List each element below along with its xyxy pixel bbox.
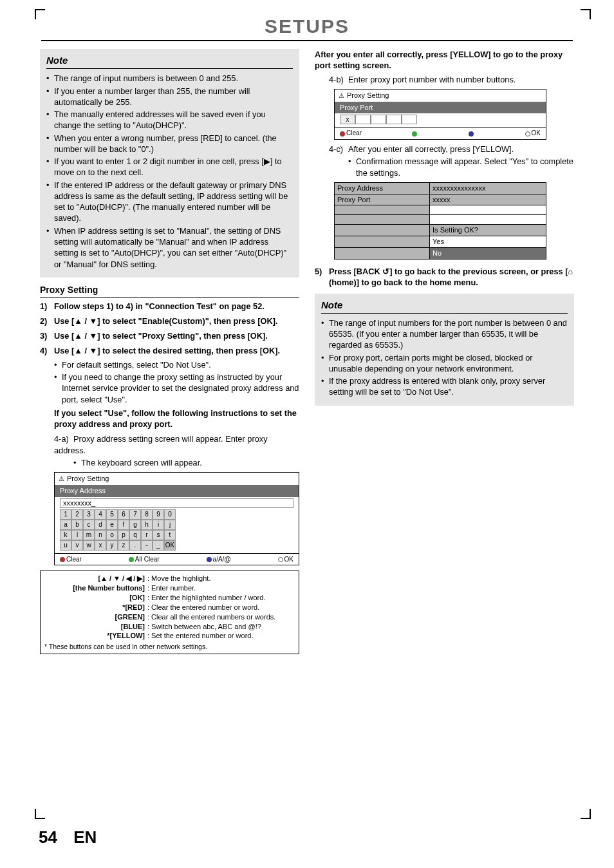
kb-key[interactable]: 8 [141, 509, 153, 520]
title-rule [41, 40, 573, 41]
port-cell[interactable] [402, 115, 417, 124]
note-heading: Note [321, 299, 568, 314]
kb-key[interactable]: t [164, 530, 176, 540]
note-item: The range of input numbers for the port … [321, 317, 568, 351]
kb-key[interactable]: j [164, 520, 176, 530]
note-heading: Note [46, 54, 293, 69]
kb-key[interactable]: y [106, 540, 118, 551]
step-4a: 4-a)Proxy address setting screen will ap… [40, 433, 299, 468]
screen-title: Proxy Setting [347, 91, 389, 100]
kb-key[interactable]: . [129, 540, 141, 551]
note-list-left: The range of input numbers is between 0 … [46, 73, 293, 270]
kb-key[interactable]: - [141, 540, 153, 551]
legend-desc: : Clear all the entered numbers or words… [147, 612, 295, 622]
step4a-sub: The keyboard screen will appear. [73, 457, 299, 468]
kb-key[interactable]: f [118, 520, 129, 530]
proxy-address-label: Proxy Address [55, 485, 299, 497]
kb-key[interactable]: d [95, 520, 106, 530]
blue-dot-icon [207, 557, 212, 562]
legend-key: [▲ / ▼ / ◀ / ▶] [44, 574, 147, 583]
step-4: 4)Use [▲ / ▼] to select the desired sett… [40, 345, 299, 429]
kb-key[interactable]: i [153, 520, 164, 530]
red-dot-icon [340, 131, 345, 137]
kb-key[interactable]: a [60, 520, 71, 530]
port-cell[interactable]: x [340, 115, 355, 124]
port-cell[interactable] [355, 115, 371, 124]
kb-key[interactable]: u [60, 540, 71, 551]
kb-key[interactable]: x [95, 540, 106, 551]
legend-desc: : Enter the highlighted number / word. [147, 593, 295, 603]
kb-key[interactable]: k [60, 530, 71, 540]
kb-key[interactable]: z [118, 540, 129, 551]
foot-allclear[interactable]: All Clear [135, 556, 160, 563]
confirm-yes[interactable]: Yes [430, 236, 546, 248]
step-text: Press [BACK ↺] to go back to the previou… [329, 267, 573, 287]
kb-key[interactable]: g [129, 520, 141, 530]
kb-key[interactable]: 5 [106, 509, 118, 520]
foot-ok[interactable]: OK [284, 556, 293, 563]
kb-key[interactable]: 9 [153, 509, 164, 520]
proxy-setting-heading: Proxy Setting [40, 284, 299, 298]
step4c-text: After you enter all correctly, press [YE… [348, 144, 514, 154]
kb-key[interactable]: 6 [118, 509, 129, 520]
warning-icon [59, 474, 64, 484]
foot-mode[interactable]: a/A/@ [213, 556, 231, 563]
ok-circle-icon [278, 557, 283, 562]
confirm-no[interactable]: No [430, 248, 546, 259]
kb-key[interactable]: 0 [164, 509, 176, 520]
foot-ok[interactable]: OK [532, 129, 541, 137]
kb-key[interactable]: q [129, 530, 141, 540]
kb-key[interactable]: m [83, 530, 95, 540]
step-1: 1)Follow steps 1) to 4) in "Connection T… [40, 301, 299, 312]
note-item: The range of input numbers is between 0 … [46, 73, 293, 84]
note-item: If the proxy address is entered with bla… [321, 375, 568, 398]
kb-key[interactable]: h [141, 520, 153, 530]
screen-title: Proxy Setting [67, 474, 109, 484]
right-top-instruction: After you enter all correctly, press [YE… [315, 49, 574, 71]
proxy-address-screen: Proxy Setting Proxy Address xxxxxxxx_ 12… [54, 472, 299, 565]
legend-desc: : Enter number. [147, 583, 295, 593]
kb-key[interactable]: c [83, 520, 95, 530]
legend-desc: : Set the entered number or word. [147, 631, 295, 641]
proxy-port-label: Proxy Port [335, 102, 546, 114]
port-cell[interactable] [386, 115, 402, 124]
kb-key[interactable]: o [106, 530, 118, 540]
legend-key: *[RED] [44, 603, 147, 612]
ok-circle-icon [525, 131, 530, 137]
kb-key[interactable]: 3 [83, 509, 95, 520]
kb-key[interactable]: 7 [129, 509, 141, 520]
confirm-label: Proxy Address [335, 182, 430, 194]
kb-key[interactable]: 4 [95, 509, 106, 520]
proxy-port-screen: Proxy Setting Proxy Port x Clear OK [334, 89, 546, 140]
kb-key-ok[interactable]: OK [164, 540, 176, 551]
port-cell[interactable] [371, 115, 386, 124]
kb-key[interactable]: _ [153, 540, 164, 551]
foot-clear[interactable]: Clear [346, 129, 362, 137]
kb-key[interactable]: r [141, 530, 153, 540]
kb-key[interactable]: n [95, 530, 106, 540]
kb-key[interactable]: p [118, 530, 129, 540]
note-item: If the entered IP address or the default… [46, 180, 293, 224]
legend-key: *[YELLOW] [44, 631, 147, 641]
kb-key[interactable]: b [71, 520, 83, 530]
note-item: If you want to enter 1 or 2 digit number… [46, 156, 293, 178]
legend-key: [GREEN] [44, 612, 147, 622]
kb-key[interactable]: w [83, 540, 95, 551]
note-item: If you enter a number larger than 255, t… [46, 86, 293, 108]
kb-key[interactable]: e [106, 520, 118, 530]
note-list-right: The range of input numbers for the port … [321, 317, 568, 398]
kb-key[interactable]: 2 [71, 509, 83, 520]
foot-clear[interactable]: Clear [66, 556, 82, 563]
kb-key[interactable]: v [71, 540, 83, 551]
proxy-address-input[interactable]: xxxxxxxx_ [60, 498, 293, 508]
legend-desc: : Clear the entered number or word. [147, 603, 295, 612]
note-item: When IP address setting is set to "Manua… [46, 225, 293, 270]
keyboard-grid[interactable]: 1234567890 abcdefghij klmnopqrst uvwxyz.… [60, 509, 293, 551]
page-number: 54 [39, 827, 57, 847]
kb-key[interactable]: s [153, 530, 164, 540]
legend-key: [the Number buttons] [44, 583, 147, 593]
legend-desc: : Move the highlight. [147, 574, 295, 583]
step4-sub-instruction: If you select "Use", follow the followin… [54, 408, 299, 430]
kb-key[interactable]: 1 [60, 509, 71, 520]
kb-key[interactable]: l [71, 530, 83, 540]
